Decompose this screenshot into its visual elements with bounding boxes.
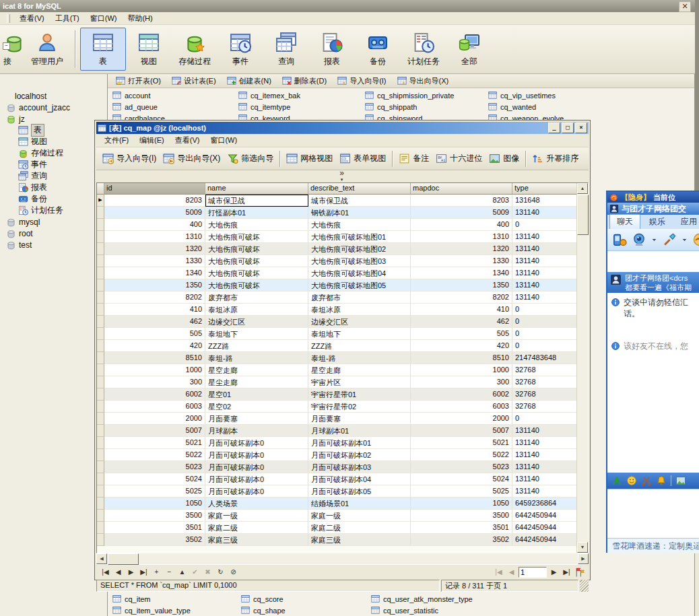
last-page-button[interactable]: ▶| [560,566,573,578]
chat-tab[interactable]: 聊天 [609,214,640,229]
grid-cell[interactable]: 1350 [411,279,512,292]
vertical-scrollbar[interactable]: ▲ ▼ [576,183,588,553]
grid-cell[interactable]: 5021 [104,437,205,449]
grid-cell[interactable]: 大地伤痕可破坏 [205,231,308,243]
tree-item[interactable]: 报表 [0,182,107,193]
grid-cell[interactable]: 月面可破坏副本04 [308,473,411,485]
grid-cell[interactable]: 131140 [512,461,577,473]
row-marker[interactable] [97,413,104,425]
flags-icon[interactable] [574,567,586,578]
row-marker[interactable] [97,449,104,461]
grid-cell[interactable]: 月面可破坏副本02 [308,449,411,461]
menu-item[interactable]: 查看(V) [14,12,50,25]
grid-cell[interactable]: 410 [104,304,205,316]
grid-cell[interactable]: 5025 [104,485,205,498]
toolbar-grip[interactable] [7,14,10,23]
table-row[interactable]: 5009打怪副本01钢铁副本015009131140 [97,207,577,219]
table-row[interactable]: 1320大地伤痕可破坏大地伤痕可破坏地图021320131140 [97,243,577,255]
table-list-item[interactable]: cq_score [241,594,284,603]
menu-item[interactable]: 帮助(H) [122,12,158,25]
grid-cell[interactable]: 星空02 [205,401,308,413]
tree-item[interactable]: 备份 [0,193,107,205]
grid-cell[interactable]: 131140 [512,449,577,461]
row-marker[interactable] [97,207,104,219]
grid-cell[interactable]: 3502 [411,534,512,546]
grid-cell[interactable]: 5023 [411,461,512,473]
chat-tab[interactable]: 应用 [674,215,699,229]
grid-cell[interactable]: 大地伤痕可破坏地图02 [308,243,411,255]
object-toolbar-button[interactable]: 导出向导(X) [397,76,449,86]
grid-cell[interactable]: 6003 [411,401,512,413]
grid-cell[interactable]: 2147483648 [512,352,577,364]
tree-item[interactable]: 计划任务 [0,205,107,216]
table-row[interactable]: 420ZZZ路ZZZ路4200 [97,340,577,352]
grid-cell[interactable]: 大地伤痕可破坏地图04 [308,267,411,279]
handshake-icon[interactable] [692,232,699,247]
grid-cell[interactable]: 1050 [104,498,205,510]
row-marker[interactable] [97,376,104,388]
grid-cell[interactable]: 大地伤痕可破坏 [205,255,308,267]
grid-cell[interactable]: 32768 [512,401,577,413]
grid-cell[interactable]: 5009 [411,207,512,219]
grid-cell[interactable]: 8202 [411,292,512,304]
grid-cell[interactable]: 5023 [104,461,205,473]
toolbar-button[interactable]: 查询 [263,28,309,71]
row-marker[interactable] [97,340,104,352]
grid-cell[interactable]: 泰坦冰原 [308,304,411,316]
grid-cell[interactable]: 5007 [104,425,205,437]
grid-cell[interactable]: 131140 [512,231,577,243]
object-toolbar-button[interactable]: 删除表(D) [282,76,327,86]
scroll-up-icon[interactable]: ▲ [577,183,588,194]
grid-cell[interactable]: 1000 [104,364,205,376]
grid-cell[interactable]: 6442450944 [512,522,577,534]
grid-cell[interactable]: 131140 [512,243,577,255]
object-toolbar-button[interactable]: 打开表(O) [116,76,161,86]
menu-item[interactable]: 窗口(W) [85,12,123,25]
grid-cell[interactable]: 131140 [512,292,577,304]
object-toolbar-button[interactable]: 设计表(E) [172,76,216,86]
chat-ad-ticker[interactable]: 雪花啤酒速递：定制奥运 [607,538,699,553]
grid-cell[interactable]: 1320 [411,243,512,255]
table-row[interactable]: 2000月面要塞月面要塞20000 [97,413,577,425]
menu-item[interactable]: 编辑(E) [134,134,170,147]
row-marker[interactable] [97,279,104,292]
row-marker[interactable] [97,243,104,255]
toolbar-button[interactable]: 备份 [355,28,401,71]
grid-corner-cell[interactable] [97,183,104,195]
chat-window-titlebar[interactable]: 与团才子网络团交 [607,203,699,215]
grid-cell[interactable]: 6002 [104,388,205,401]
grid-cell[interactable]: 0 [512,413,577,425]
table-row[interactable]: 1350大地伤痕可破坏大地伤痕可破坏地图051350131140 [97,279,577,292]
toolbar-button[interactable]: 存储过程 [172,28,218,71]
grid-cell[interactable]: 家庭三级 [308,534,411,546]
table-list-item[interactable]: cq_vip_usetimes [488,91,556,100]
table-row[interactable]: 400大地伤痕大地伤痕4000 [97,219,577,231]
post-record-button[interactable]: ✔ [189,566,201,578]
grid-cell[interactable]: 3500 [411,510,512,522]
grid-cell[interactable]: 星空走廊 [308,364,411,376]
grid-cell[interactable]: 泰坦-路 [205,352,308,364]
row-marker[interactable] [97,328,104,340]
grid-cell[interactable]: 8202 [104,292,205,304]
object-toolbar-button[interactable]: 导入向导(I) [337,76,386,86]
grid-cell[interactable]: 131140 [512,279,577,292]
toolbar-button[interactable]: 管理用户 [24,28,70,71]
grid-cell[interactable]: 大地伤痕可破坏 [205,267,308,279]
grid-cell[interactable]: 131140 [512,437,577,449]
tree-item[interactable]: 查询 [0,170,107,182]
grid-cell[interactable]: 星空01 [205,388,308,401]
grid-cell[interactable]: 410 [411,304,512,316]
grid-cell[interactable]: 1350 [104,279,205,292]
grid-cell[interactable]: 1050 [411,498,512,510]
grid-cell[interactable]: 3502 [104,534,205,546]
scissors-icon[interactable] [641,475,652,486]
grid-cell[interactable]: 2000 [104,413,205,425]
bell-icon[interactable] [656,475,667,486]
grid-cell[interactable]: 月面可破坏副本03 [308,461,411,473]
grid-cell[interactable]: 1330 [104,255,205,267]
row-marker[interactable] [97,473,104,485]
table-row[interactable]: 1050人类场景结婚场景0110506459236864 [97,498,577,510]
edit-record-button[interactable]: ▲ [176,566,189,578]
scroll-down-icon[interactable]: ▼ [577,542,588,553]
chat-input-area[interactable] [607,489,699,538]
